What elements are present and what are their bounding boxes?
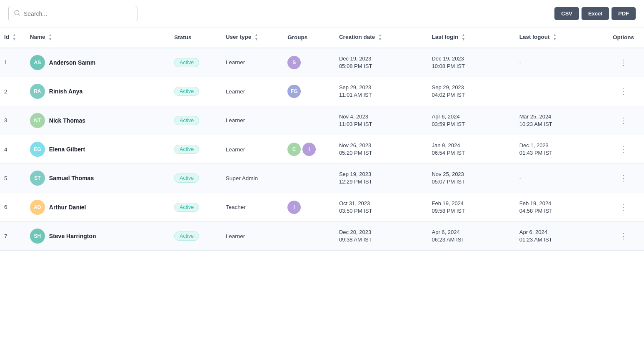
cell-status: Active [170,164,222,193]
avatar: EG [30,142,45,157]
col-header-creation[interactable]: Creation date ▲▼ [335,28,428,48]
table-row: 4 EG Elena Gilbert Active Learner CI Nov… [0,135,644,163]
col-header-name[interactable]: Name ▲▼ [26,28,170,48]
options-button[interactable]: ⋮ [616,230,630,242]
group-badge: I [287,201,301,214]
cell-name: AS Anderson Samm [26,48,170,77]
options-button[interactable]: ⋮ [616,172,630,184]
table-header-row: Id ▲▼ Name ▲▼ Status User type ▲▼ Groups… [0,28,644,48]
pdf-button[interactable]: PDF [612,7,636,20]
search-icon [14,10,20,18]
cell-last-logout: Feb 19, 202404:58 PM IST [515,193,603,221]
cell-usertype: Learner [222,48,283,77]
cell-id: 3 [0,106,26,135]
users-table: Id ▲▼ Name ▲▼ Status User type ▲▼ Groups… [0,28,644,251]
top-bar: CSV Excel PDF [0,0,644,28]
status-badge: Active [174,203,199,212]
search-box [8,6,137,21]
cell-status: Active [170,48,222,77]
cell-options: ⋮ [603,135,644,163]
cell-groups: CI [283,135,335,163]
cell-creation-date: Sep 29, 202311:01 AM IST [335,77,428,106]
table-row: 2 RA Rinish Anya Active Learner FG Sep 2… [0,77,644,106]
sort-lastlogin-icon: ▲▼ [462,33,465,42]
cell-creation-date: Sep 19, 202312:29 PM IST [335,164,428,193]
sort-creation-icon: ▲▼ [378,33,382,42]
avatar: AS [30,55,45,70]
cell-creation-date: Nov 4, 202311:03 PM IST [335,106,428,135]
cell-last-login: Apr 6, 202406:23 AM IST [427,222,515,251]
cell-options: ⋮ [603,164,644,193]
cell-name: ST Samuel Thomas [26,164,170,193]
table-row: 3 NT Nick Thomas Active Learner Nov 4, 2… [0,106,644,135]
cell-name: EG Elena Gilbert [26,135,170,163]
cell-status: Active [170,77,222,106]
cell-status: Active [170,106,222,135]
avatar: SH [30,229,45,244]
cell-last-login: Sep 29, 202304:02 PM IST [427,77,515,106]
table-row: 6 AD Arthur Daniel Active Teacher I Oct … [0,193,644,221]
cell-id: 4 [0,135,26,163]
table-row: 5 ST Samuel Thomas Active Super Admin Se… [0,164,644,193]
col-header-usertype[interactable]: User type ▲▼ [222,28,283,48]
cell-options: ⋮ [603,77,644,106]
cell-id: 2 [0,77,26,106]
status-badge: Active [174,231,199,241]
options-button[interactable]: ⋮ [616,143,630,156]
excel-button[interactable]: Excel [582,7,609,20]
sort-id-icon: ▲▼ [12,33,16,42]
status-badge: Active [174,174,199,183]
avatar: RA [30,84,45,99]
status-badge: Active [174,87,199,96]
group-badge: I [302,143,316,156]
group-badge: C [287,143,301,156]
user-name: Elena Gilbert [49,146,85,153]
col-header-status: Status [170,28,222,48]
user-name: Nick Thomas [49,117,85,124]
cell-groups [283,106,335,135]
csv-button[interactable]: CSV [554,7,579,20]
sort-name-icon: ▲▼ [48,33,52,42]
status-badge: Active [174,116,199,125]
cell-last-logout: Mar 25, 202410:23 AM IST [515,106,603,135]
cell-usertype: Learner [222,135,283,163]
cell-last-logout: Apr 6, 202401:23 AM IST [515,222,603,251]
cell-options: ⋮ [603,222,644,251]
user-name: Samuel Thomas [49,175,94,181]
cell-name: SH Steve Harrington [26,222,170,251]
cell-groups [283,164,335,193]
options-button[interactable]: ⋮ [616,56,630,69]
options-button[interactable]: ⋮ [616,114,630,127]
cell-last-logout: - [515,48,603,77]
cell-usertype: Learner [222,77,283,106]
cell-last-logout: Dec 1, 202301:43 PM IST [515,135,603,163]
col-header-groups: Groups [283,28,335,48]
cell-status: Active [170,193,222,221]
options-button[interactable]: ⋮ [616,201,630,214]
cell-groups: FG [283,77,335,106]
search-input[interactable] [24,10,132,17]
options-button[interactable]: ⋮ [616,85,630,98]
cell-creation-date: Dec 19, 202305:08 PM IST [335,48,428,77]
user-name: Rinish Anya [49,88,82,95]
cell-status: Active [170,222,222,251]
cell-creation-date: Nov 26, 202305:20 PM IST [335,135,428,163]
cell-id: 1 [0,48,26,77]
cell-groups: S [283,48,335,77]
cell-creation-date: Oct 31, 202303:50 PM IST [335,193,428,221]
table-row: 7 SH Steve Harrington Active Learner Dec… [0,222,644,251]
cell-name: RA Rinish Anya [26,77,170,106]
cell-last-logout: - [515,164,603,193]
col-header-id[interactable]: Id ▲▼ [0,28,26,48]
svg-line-1 [18,14,20,15]
user-name: Arthur Daniel [49,204,86,211]
avatar: NT [30,113,45,128]
cell-options: ⋮ [603,48,644,77]
col-header-lastlogin[interactable]: Last login ▲▼ [427,28,515,48]
cell-last-login: Jan 9, 202406:54 PM IST [427,135,515,163]
cell-groups [283,222,335,251]
col-header-lastlogout[interactable]: Last logout ▲▼ [515,28,603,48]
cell-usertype: Teacher [222,193,283,221]
export-buttons: CSV Excel PDF [554,7,636,20]
cell-last-login: Dec 19, 202310:08 PM IST [427,48,515,77]
